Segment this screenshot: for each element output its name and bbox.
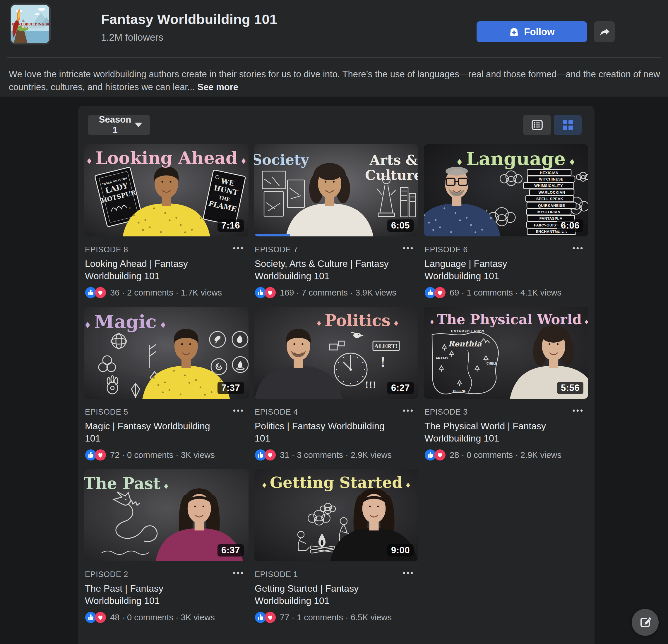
episode-stats[interactable]: 169 · 7 comments · 3.9K views [280, 288, 396, 297]
episode-stats-row: 31 · 3 comments · 2.9K views [255, 449, 416, 461]
episode-stats-row: 169 · 7 comments · 3.9K views [255, 287, 416, 298]
episode-title[interactable]: The Past | Fantasy Worldbuilding 101 [85, 583, 223, 607]
episode-title[interactable]: Society, Arts & Culture | Fantasy Worldb… [255, 258, 392, 282]
follow-button[interactable]: Follow [476, 21, 587, 42]
reaction-icons [85, 612, 106, 623]
episode-thumbnail[interactable]: SocietyArts &Culture 6:05 [254, 144, 418, 236]
episode-card[interactable]: ♦ The Past ♦ 6:37 EPISODE 2 ••• The Past… [84, 469, 248, 631]
episode-thumbnail[interactable]: HEXICIANWITCHINESEWHIMSICALITYWARLOCKIAN… [424, 144, 588, 236]
episode-title[interactable]: Language | Fantasy Worldbuilding 101 [424, 258, 562, 282]
episode-stats[interactable]: 77 · 1 comments · 6.5K views [280, 613, 392, 622]
episode-label: EPISODE 6 [424, 245, 586, 254]
episode-title[interactable]: Magic | Fantasy Worldbuilding 101 [85, 420, 223, 444]
grid-view-button[interactable] [554, 115, 582, 135]
episode-card[interactable]: UNTAMED LANDSRenthiaARATAYCHELLBELENE♦ T… [424, 307, 588, 469]
followers-count[interactable]: 1.2M followers [101, 32, 277, 43]
reaction-icons [255, 612, 276, 623]
svg-text:!!!: !!! [365, 380, 377, 390]
episode-card[interactable]: ♦ Magic ♦ 7:37 EPISODE 5 ••• Magic | Fan… [84, 307, 248, 469]
grid-view-icon [562, 119, 574, 131]
see-more-link[interactable]: See more [197, 82, 238, 92]
episode-thumbnail[interactable]: ♦ The Past ♦ 6:37 [84, 469, 248, 561]
svg-text:Arts &: Arts & [369, 152, 418, 168]
duration-badge: 6:37 [217, 544, 244, 556]
episode-title[interactable]: Politics | Fantasy Worldbuilding 101 [255, 420, 392, 444]
episode-meta: EPISODE 4 ••• Politics | Fantasy Worldbu… [254, 399, 418, 461]
episode-title[interactable]: Getting Started | Fantasy Worldbuilding … [255, 583, 392, 607]
more-options-button[interactable]: ••• [571, 406, 586, 415]
episode-stats-row: 77 · 1 comments · 6.5K views [255, 612, 416, 623]
episode-title[interactable]: Looking Ahead | Fantasy Worldbuilding 10… [85, 258, 223, 282]
episode-stats[interactable]: 48 · 0 comments · 3K views [110, 613, 215, 622]
watch-progress-bar [254, 234, 290, 236]
love-reaction-icon [94, 287, 106, 298]
episode-label: EPISODE 5 [85, 408, 247, 417]
episode-label: EPISODE 1 [255, 570, 416, 579]
avatar-illustration: WORLDBUILDING 101 [11, 5, 49, 43]
reaction-icons [85, 287, 106, 298]
episode-card[interactable]: ALERT!!!!!♦ Politics ♦ 6:27 EPISODE 4 ••… [254, 307, 418, 469]
svg-text:♦ Politics ♦: ♦ Politics ♦ [316, 311, 399, 330]
episode-stats[interactable]: 72 · 0 comments · 3K views [110, 450, 215, 460]
list-view-button[interactable] [523, 115, 551, 135]
episode-label: EPISODE 4 [255, 408, 416, 417]
episode-label: EPISODE 8 [85, 245, 247, 254]
compose-button[interactable] [632, 609, 659, 636]
episode-label: EPISODE 3 [424, 408, 586, 417]
episode-stats-row: 48 · 0 comments · 3K views [85, 612, 247, 623]
follow-plus-icon [509, 27, 519, 37]
episode-meta: EPISODE 2 ••• The Past | Fantasy Worldbu… [84, 561, 248, 623]
svg-text:Culture: Culture [365, 167, 418, 183]
more-options-button[interactable]: ••• [231, 406, 246, 415]
episode-stats[interactable]: 31 · 3 comments · 2.9K views [280, 450, 392, 460]
view-toggles [523, 115, 582, 135]
duration-badge: 7:16 [217, 219, 244, 232]
share-button[interactable] [594, 21, 615, 42]
page-title: Fantasy Worldbuilding 101 [101, 11, 277, 27]
episode-title[interactable]: The Physical World | Fantasy Worldbuildi… [424, 420, 562, 444]
episodes-grid: TESSA GRATTONLADYHOTSPURWEHUNTTHEFLAME♦ … [84, 144, 588, 631]
episode-card[interactable]: ♦ Getting Started ♦ 9:00 EPISODE 1 ••• G… [254, 469, 418, 631]
episode-stats[interactable]: 36 · 2 comments · 1.7K views [110, 288, 222, 297]
svg-text:MYSTOPIAN: MYSTOPIAN [537, 210, 561, 214]
more-options-button[interactable]: ••• [401, 568, 416, 578]
page-avatar[interactable]: WORLDBUILDING 101 [10, 3, 51, 45]
more-options-button[interactable]: ••• [571, 243, 586, 253]
love-reaction-icon [94, 612, 106, 623]
episode-thumbnail[interactable]: TESSA GRATTONLADYHOTSPURWEHUNTTHEFLAME♦ … [84, 144, 248, 236]
episode-thumbnail[interactable]: ♦ Getting Started ♦ 9:00 [254, 469, 418, 561]
season-selector[interactable]: Season 1 [88, 115, 150, 135]
svg-text:WITCHINESE: WITCHINESE [539, 177, 563, 181]
episode-card[interactable]: TESSA GRATTONLADYHOTSPURWEHUNTTHEFLAME♦ … [84, 144, 248, 307]
svg-text:Society: Society [254, 152, 309, 168]
episode-stats[interactable]: 69 · 1 comments · 4.1K views [450, 288, 561, 297]
svg-text:WORLDBUILDING 101: WORLDBUILDING 101 [12, 22, 49, 26]
more-options-button[interactable]: ••• [231, 243, 246, 253]
episode-card[interactable]: HEXICIANWITCHINESEWHIMSICALITYWARLOCKIAN… [424, 144, 588, 307]
love-reaction-icon [264, 449, 276, 461]
duration-badge: 6:27 [387, 382, 414, 394]
episode-thumbnail[interactable]: UNTAMED LANDSRenthiaARATAYCHELLBELENE♦ T… [424, 307, 588, 399]
duration-badge: 9:00 [387, 544, 414, 556]
more-options-button[interactable]: ••• [401, 406, 416, 415]
reaction-icons [424, 449, 446, 461]
episode-thumbnail[interactable]: ♦ Magic ♦ 7:37 [84, 307, 248, 399]
episode-meta: EPISODE 5 ••• Magic | Fantasy Worldbuild… [84, 399, 248, 461]
episode-meta: EPISODE 1 ••• Getting Started | Fantasy … [254, 561, 418, 623]
episode-thumbnail[interactable]: ALERT!!!!!♦ Politics ♦ 6:27 [254, 307, 418, 399]
episode-meta: EPISODE 7 ••• Society, Arts & Culture | … [254, 236, 418, 298]
episode-stats[interactable]: 28 · 0 comments · 2.9K views [450, 450, 561, 460]
reaction-icons [424, 287, 446, 298]
love-reaction-icon [434, 287, 446, 298]
episode-label: EPISODE 7 [255, 245, 416, 254]
list-view-icon [531, 119, 544, 131]
svg-text:♦ Looking Ahead ♦: ♦ Looking Ahead ♦ [86, 148, 247, 168]
more-options-button[interactable]: ••• [231, 568, 246, 578]
reaction-icons [85, 449, 106, 461]
page-header-section: WORLDBUILDING 101 Fantasy Worldbuilding … [0, 0, 668, 96]
love-reaction-icon [264, 612, 276, 623]
chevron-down-icon [135, 123, 142, 127]
duration-badge: 7:37 [217, 382, 244, 394]
episode-card[interactable]: SocietyArts &Culture 6:05 EPISODE 7 ••• … [254, 144, 418, 307]
more-options-button[interactable]: ••• [401, 243, 416, 253]
